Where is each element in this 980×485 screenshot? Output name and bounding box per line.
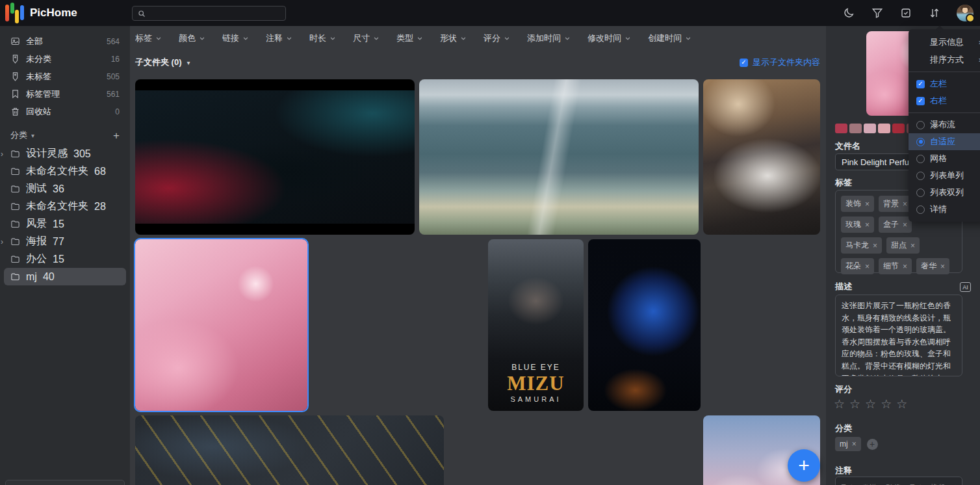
folder-item-unnamed-1[interactable]: 未命名文件夹 68 [4, 163, 126, 180]
menu-layout-list-double[interactable]: 列表双列 [909, 184, 980, 201]
image-card-pink-hair-woman[interactable] [703, 239, 820, 411]
sidebar-item-recycle-bin[interactable]: 回收站 0 [0, 103, 130, 120]
folder-item-unnamed-2[interactable]: 未命名文件夹 28 [4, 198, 126, 215]
tag-chip[interactable]: 甜点× [886, 237, 920, 254]
chevron-right-icon[interactable]: › [1, 150, 3, 159]
filter-chip-rating[interactable]: 评分 [484, 33, 510, 44]
dark-mode-moon-icon[interactable] [842, 7, 855, 20]
folder-item-office[interactable]: 办公 15 [4, 250, 126, 268]
menu-item-sort-mode[interactable]: 排序方式 › [909, 51, 980, 68]
menu-toggle-right-column[interactable]: ✓ 右栏 [909, 92, 980, 109]
global-search-input[interactable] [149, 9, 280, 18]
chevron-down-icon[interactable]: ▾ [187, 59, 190, 66]
folder-count: 68 [94, 166, 106, 177]
menu-item-label: 详情 [930, 203, 947, 215]
remove-tag-icon[interactable]: × [910, 241, 915, 250]
chevron-down-icon[interactable]: ▾ [31, 132, 113, 139]
tag-chip[interactable]: 背景× [879, 196, 912, 212]
category-search[interactable] [5, 480, 125, 485]
tag-chip[interactable]: 花朵× [841, 258, 874, 274]
palette-swatch[interactable] [892, 124, 905, 133]
tag-icon [10, 54, 20, 64]
description-text[interactable]: 这张图片展示了一瓶粉红色的香水，瓶身有精致的线条设计，瓶颈处装饰着一个透明的玻璃… [835, 295, 962, 376]
filter-chip-modified-time[interactable]: 修改时间 [587, 33, 631, 44]
filter-chip-shape[interactable]: 形状 [440, 33, 467, 44]
menu-layout-waterfall[interactable]: 瀑布流 [909, 116, 980, 133]
chevron-right-icon[interactable]: › [1, 237, 3, 246]
folder-item-mj[interactable]: mj 40 [4, 268, 126, 285]
remove-category-icon[interactable]: × [852, 439, 857, 449]
remove-tag-icon[interactable]: × [903, 220, 907, 229]
image-card-sports-car[interactable] [135, 79, 415, 235]
image-card-blue-leopard[interactable] [588, 239, 701, 411]
tag-chip[interactable]: 盒子× [879, 216, 912, 233]
tag-chip[interactable]: 装饰× [841, 196, 874, 212]
tag-chip[interactable]: 玫瑰× [841, 216, 874, 233]
image-card-red-berries[interactable] [587, 415, 700, 485]
image-card-pink-perfume-selected[interactable] [135, 239, 307, 411]
remove-tag-icon[interactable]: × [865, 262, 870, 271]
folder-item-test[interactable]: 测试 36 [4, 180, 126, 198]
filter-chip-duration[interactable]: 时长 [309, 33, 336, 44]
image-card-two-girls-portrait[interactable] [703, 79, 820, 235]
subfolder-toggle[interactable]: 子文件夹 (0) [135, 57, 182, 68]
tag-chip[interactable]: 细节× [879, 258, 912, 274]
filter-chip-type[interactable]: 类型 [396, 33, 423, 44]
filter-chip-added-time[interactable]: 添加时间 [527, 33, 571, 44]
menu-item-display-info[interactable]: 显示信息 › [909, 33, 980, 51]
menu-layout-adaptive-selected[interactable]: 自适应 [909, 133, 980, 150]
user-avatar[interactable] [957, 5, 974, 21]
remove-tag-icon[interactable]: × [903, 262, 907, 271]
add-category-button[interactable]: + [113, 130, 120, 141]
image-card-parking-aerial[interactable] [135, 415, 444, 485]
star-icon[interactable]: ☆ [881, 397, 892, 412]
remove-tag-icon[interactable]: × [865, 200, 870, 209]
filter-chip-created-time[interactable]: 创建时间 [648, 33, 691, 44]
multi-select-icon[interactable] [899, 7, 912, 20]
tag-chip[interactable]: 奢华× [916, 258, 949, 274]
filter-chip-size[interactable]: 尺寸 [353, 33, 380, 44]
image-card-coastline-aerial[interactable] [419, 79, 699, 235]
folder-item-poster[interactable]: › 海报 77 [4, 233, 126, 250]
star-icon[interactable]: ☆ [896, 397, 907, 412]
image-card-samurai-poster[interactable]: BLUE EYE MIZU SAMURAI [488, 239, 584, 411]
add-image-fab[interactable]: + [788, 449, 820, 482]
star-icon[interactable]: ☆ [865, 397, 876, 412]
comment-input-box[interactable] [835, 477, 962, 485]
star-icon[interactable]: ☆ [849, 397, 860, 412]
sidebar-item-tag-management[interactable]: 标签管理 561 [0, 85, 130, 103]
remove-tag-icon[interactable]: × [903, 200, 907, 209]
filter-chip-tags[interactable]: 标签 [135, 33, 162, 44]
filter-chip-link[interactable]: 链接 [222, 33, 249, 44]
menu-layout-list-single[interactable]: 列表单列 [909, 167, 980, 184]
palette-swatch[interactable] [878, 124, 890, 133]
palette-swatch[interactable] [864, 124, 876, 133]
ai-generate-icon[interactable]: AI [960, 282, 971, 292]
image-card-blonde-woman[interactable] [448, 415, 583, 485]
folder-item-landscape[interactable]: 风景 15 [4, 215, 126, 233]
categories-label[interactable]: 分类 [10, 129, 27, 141]
palette-swatch[interactable] [849, 124, 862, 133]
sidebar-item-untagged[interactable]: 未标签 505 [0, 68, 130, 85]
remove-tag-icon[interactable]: × [865, 220, 870, 229]
remove-tag-icon[interactable]: × [940, 262, 945, 271]
show-subfolders-checkbox[interactable]: ✓ 显示子文件夹内容 [740, 57, 820, 68]
menu-layout-detail[interactable]: 详情 [909, 201, 980, 218]
tag-chip[interactable]: 马卡龙× [841, 237, 882, 254]
folder-item-design-inspiration[interactable]: › 设计灵感 305 [4, 145, 126, 163]
filter-chip-color[interactable]: 颜色 [179, 33, 205, 44]
menu-layout-grid[interactable]: 网格 [909, 150, 980, 167]
sidebar-item-uncategorized[interactable]: 未分类 16 [0, 50, 130, 68]
category-chip[interactable]: mj× [835, 437, 861, 451]
palette-swatch[interactable] [835, 124, 847, 133]
remove-tag-icon[interactable]: × [873, 241, 877, 250]
filter-chip-annotation[interactable]: 注释 [266, 33, 292, 44]
global-search[interactable] [132, 6, 286, 21]
star-icon[interactable]: ☆ [834, 397, 845, 412]
sort-arrows-icon[interactable] [928, 7, 941, 20]
add-category-icon[interactable]: + [867, 439, 878, 450]
menu-toggle-left-column[interactable]: ✓ 左栏 [909, 75, 980, 92]
image-card-watercolor-roses[interactable] [311, 239, 484, 411]
sidebar-item-all[interactable]: 全部 564 [0, 33, 130, 50]
filter-funnel-icon[interactable] [871, 7, 884, 20]
